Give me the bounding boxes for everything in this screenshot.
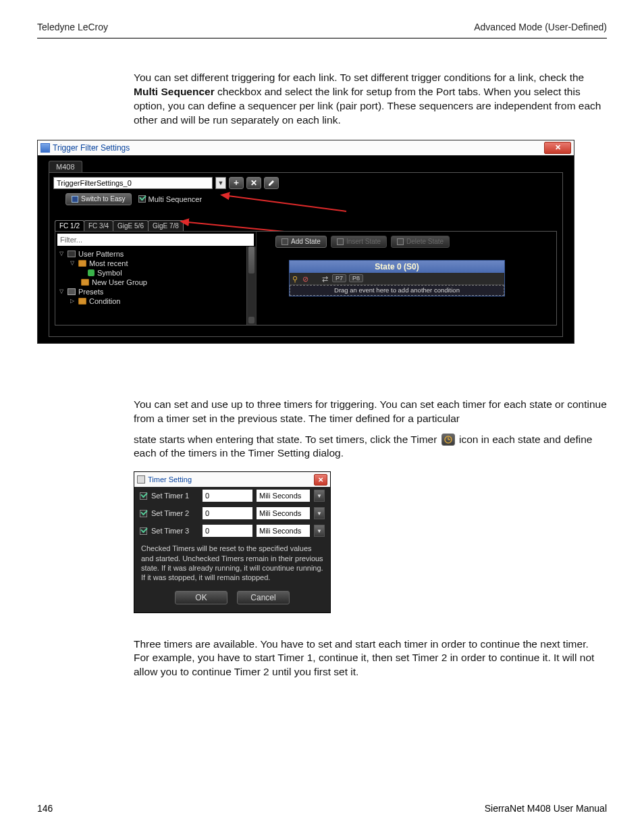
timer3-unit-select[interactable]: Mili Seconds (257, 525, 310, 537)
switch-label: Switch to Easy (81, 195, 126, 203)
folder-icon (78, 298, 86, 305)
para3-pre: state starts when entering that state. T… (134, 434, 440, 445)
symbol-icon (88, 269, 95, 276)
timer1-label: Set Timer 1 (151, 492, 198, 500)
page-number: 146 (37, 803, 53, 814)
settings-dropdown-arrow[interactable]: ▼ (215, 177, 226, 189)
timer-ok-button[interactable]: OK (175, 591, 227, 604)
tree-label: Symbol (97, 269, 122, 277)
timer-setting-dialog: Timer Setting ✕ Set Timer 1 0 Mili Secon… (134, 471, 331, 613)
window-title: Trigger Filter Settings (53, 143, 544, 153)
btn-label: Insert State (346, 238, 381, 245)
switch-to-easy-button[interactable]: Switch to Easy (65, 193, 132, 205)
timer-dialog-icon (137, 475, 145, 484)
para-4: Three timers are available. You have to … (134, 637, 607, 680)
port-tab-gige78[interactable]: GigE 7/8 (148, 220, 184, 231)
tree-label: Condition (89, 297, 120, 305)
add-state-button[interactable]: Add State (275, 236, 327, 248)
state-filter-icon[interactable]: ⚲ (292, 275, 300, 282)
header-left: Teledyne LeCroy (37, 22, 108, 32)
timer-close-button[interactable]: ✕ (314, 474, 327, 486)
timer3-unit-arrow[interactable]: ▼ (314, 525, 325, 537)
tree-symbol[interactable]: Symbol (58, 268, 256, 278)
insert-state-button[interactable]: Insert State (331, 236, 387, 248)
para1-bold: Multi Sequencer (134, 86, 215, 97)
timer-dialog-title: Timer Setting (148, 475, 192, 484)
multi-sequencer-label: Multi Sequencer (149, 195, 203, 203)
timer1-unit-arrow[interactable]: ▼ (314, 490, 325, 502)
port-tab-fc34[interactable]: FC 3/4 (84, 220, 113, 231)
timer-cancel-button[interactable]: Cancel (237, 591, 290, 604)
timer1-checkbox[interactable] (140, 492, 147, 500)
window-icon (41, 143, 50, 153)
btn-label: Add State (291, 238, 321, 245)
state-disable-icon[interactable]: ⊘ (302, 275, 310, 282)
delete-state-button[interactable]: Delete State (391, 236, 450, 248)
expand-icon: ▽ (70, 260, 76, 266)
timer2-unit-select[interactable]: Mili Seconds (257, 507, 310, 519)
device-tab-m408[interactable]: M408 (49, 161, 82, 172)
timer1-value-input[interactable]: 0 (203, 490, 252, 502)
expand-icon: ▽ (59, 288, 65, 294)
checkbox-icon (138, 195, 146, 203)
port-chip-p8[interactable]: P8 (349, 274, 363, 282)
tree-scrollbar[interactable] (246, 246, 256, 325)
para-2: You can set and use up to three timers f… (134, 398, 607, 426)
window-close-button[interactable]: ✕ (544, 142, 571, 154)
add-icon-button[interactable]: ＋ (229, 177, 244, 189)
timer2-value-input[interactable]: 0 (203, 507, 252, 519)
delete-icon-button[interactable]: ✕ (246, 177, 261, 189)
tree-label: Most recent (89, 259, 128, 267)
timer-help-text: Checked Timers will be reset to the spec… (134, 540, 330, 585)
tree-new-user-group[interactable]: New User Group (58, 278, 256, 287)
timer-row-1: Set Timer 1 0 Mili Seconds ▼ (134, 487, 330, 504)
header-rule (37, 38, 607, 38)
timer-row-3: Set Timer 3 0 Mili Seconds ▼ (134, 522, 330, 540)
presets-icon (68, 288, 76, 295)
delete-state-icon (397, 238, 404, 245)
btn-label: Delete State (406, 238, 444, 245)
tree-label: User Patterns (78, 250, 124, 258)
timer2-label: Set Timer 2 (151, 509, 198, 517)
timer1-unit-select[interactable]: Mili Seconds (257, 490, 310, 502)
state-link-icon[interactable]: ⇄ (322, 275, 329, 282)
port-chip-p7[interactable]: P7 (332, 274, 346, 282)
doc-name: SierraNet M408 User Manual (485, 803, 607, 814)
settings-dropdown[interactable]: TriggerFilterSettings_0 (53, 177, 213, 189)
para-3: state starts when entering that state. T… (134, 433, 607, 461)
tree-label: Presets (78, 288, 103, 296)
timer-row-2: Set Timer 2 0 Mili Seconds ▼ (134, 504, 330, 522)
port-tab-fc12[interactable]: FC 1/2 (55, 220, 84, 231)
timer3-label: Set Timer 3 (151, 527, 198, 535)
tree-condition[interactable]: ▷ Condition (58, 296, 256, 306)
drop-condition-area[interactable]: Drag an event here to add another condit… (290, 285, 504, 296)
filter-input[interactable]: Filter... (57, 234, 254, 246)
timer3-checkbox[interactable] (140, 527, 147, 535)
timer2-checkbox[interactable] (140, 510, 147, 517)
timer2-unit-arrow[interactable]: ▼ (314, 507, 325, 519)
tree-label: New User Group (92, 278, 147, 286)
para-1: You can set different triggering for eac… (134, 71, 607, 128)
edit-icon-button[interactable] (264, 177, 279, 189)
folder-icon (78, 260, 86, 267)
state-panel: State 0 (S0) ⚲ ⊘ ⇄ P7 P8 Drag an event h… (289, 260, 505, 296)
expand-icon: ▽ (59, 251, 65, 257)
window-titlebar: Trigger Filter Settings ✕ (38, 140, 574, 155)
port-tab-gige56[interactable]: GigE 5/6 (113, 220, 149, 231)
expand-icon: ▷ (70, 298, 76, 304)
header-right: Advanced Mode (User-Defined) (474, 22, 607, 32)
insert-state-icon (337, 238, 344, 245)
multi-sequencer-checkbox[interactable]: Multi Sequencer (138, 195, 203, 203)
tree-most-recent[interactable]: ▽ Most recent (58, 259, 256, 268)
switch-icon (72, 196, 78, 203)
user-patterns-icon (68, 251, 76, 257)
trigger-filter-settings-window: Trigger Filter Settings ✕ M408 TriggerFi… (37, 140, 574, 344)
para1-pre: You can set different triggering for eac… (134, 72, 584, 83)
add-state-icon (281, 238, 288, 245)
timer3-value-input[interactable]: 0 (203, 525, 252, 537)
folder-icon (81, 279, 89, 286)
tree-user-patterns[interactable]: ▽ User Patterns (58, 249, 256, 259)
timer-inline-icon (441, 434, 455, 446)
tree-presets[interactable]: ▽ Presets (58, 287, 256, 296)
state-header: State 0 (S0) (290, 261, 504, 273)
